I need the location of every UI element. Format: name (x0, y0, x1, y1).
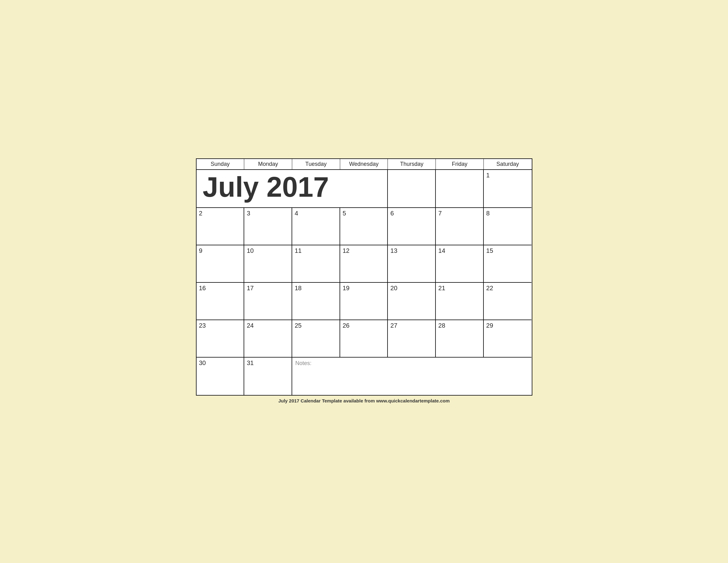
month-title: July 2017 (203, 173, 329, 201)
month-title-cell: July 2017 (197, 170, 388, 208)
day-number-2: 2 (199, 210, 241, 217)
day-cell-8: 8 (484, 208, 532, 245)
day-number-5: 5 (343, 210, 385, 217)
day-number-8: 8 (486, 210, 529, 217)
day-cell-10: 10 (244, 245, 292, 283)
calendar-page: Sunday Monday Tuesday Wednesday Thursday… (193, 155, 535, 408)
day-number-11: 11 (295, 247, 337, 254)
day-number-16: 16 (199, 285, 241, 292)
day-number-17: 17 (247, 285, 289, 292)
header-tuesday: Tuesday (292, 159, 340, 169)
day-number-25: 25 (295, 322, 337, 329)
day-cell-17: 17 (244, 283, 292, 320)
day-cell-21: 21 (436, 283, 484, 320)
header-friday: Friday (436, 159, 484, 169)
day-cell-24: 24 (244, 320, 292, 358)
header-monday: Monday (244, 159, 292, 169)
day-cell-14: 14 (436, 245, 484, 283)
day-number-1: 1 (486, 172, 529, 179)
header-wednesday: Wednesday (340, 159, 388, 169)
day-number-6: 6 (390, 210, 433, 217)
header-thursday: Thursday (388, 159, 436, 169)
day-cell-25: 25 (292, 320, 340, 358)
day-number-18: 18 (295, 285, 337, 292)
footer-regular: available from www.quickcalendartemplate… (342, 398, 450, 403)
day-cell-row1-fri (436, 170, 484, 208)
header-sunday: Sunday (197, 159, 245, 169)
day-number-9: 9 (199, 247, 241, 254)
notes-cell: Notes: (292, 358, 532, 395)
day-cell-23: 23 (197, 320, 245, 358)
day-number-30: 30 (199, 360, 241, 367)
notes-label: Notes: (295, 360, 312, 366)
day-cell-7: 7 (436, 208, 484, 245)
day-number-15: 15 (486, 247, 529, 254)
day-cell-29: 29 (484, 320, 532, 358)
day-number-14: 14 (438, 247, 481, 254)
day-cell-31: 31 (244, 358, 292, 395)
day-number-20: 20 (390, 285, 433, 292)
day-cell-18: 18 (292, 283, 340, 320)
day-cell-5: 5 (340, 208, 388, 245)
day-number-22: 22 (486, 285, 529, 292)
day-cell-3: 3 (244, 208, 292, 245)
day-number-27: 27 (390, 322, 433, 329)
day-cell-9: 9 (197, 245, 245, 283)
day-number-3: 3 (247, 210, 289, 217)
day-number-13: 13 (390, 247, 433, 254)
day-number-12: 12 (343, 247, 385, 254)
day-cell-19: 19 (340, 283, 388, 320)
day-cell-30: 30 (197, 358, 245, 395)
day-number-24: 24 (247, 322, 289, 329)
day-number-21: 21 (438, 285, 481, 292)
day-cell-15: 15 (484, 245, 532, 283)
calendar-grid: July 2017 1 2 3 4 5 6 7 (197, 170, 532, 395)
day-cell-6: 6 (388, 208, 436, 245)
day-number-10: 10 (247, 247, 289, 254)
day-cell-11: 11 (292, 245, 340, 283)
day-cell-4: 4 (292, 208, 340, 245)
day-cell-row1-thu (388, 170, 436, 208)
day-number-7: 7 (438, 210, 481, 217)
footer-bold: July 2017 Calendar Template (278, 398, 342, 403)
day-number-28: 28 (438, 322, 481, 329)
day-number-26: 26 (343, 322, 385, 329)
day-headers-row: Sunday Monday Tuesday Wednesday Thursday… (197, 159, 532, 170)
day-number-31: 31 (247, 360, 289, 367)
day-cell-2: 2 (197, 208, 245, 245)
day-number-23: 23 (199, 322, 241, 329)
day-cell-16: 16 (197, 283, 245, 320)
day-cell-22: 22 (484, 283, 532, 320)
day-number-29: 29 (486, 322, 529, 329)
day-cell-27: 27 (388, 320, 436, 358)
day-number-19: 19 (343, 285, 385, 292)
day-cell-26: 26 (340, 320, 388, 358)
day-cell-28: 28 (436, 320, 484, 358)
calendar-container: Sunday Monday Tuesday Wednesday Thursday… (196, 158, 532, 396)
day-cell-13: 13 (388, 245, 436, 283)
day-number-4: 4 (295, 210, 337, 217)
day-cell-row1-sat: 1 (484, 170, 532, 208)
day-cell-12: 12 (340, 245, 388, 283)
footer: July 2017 Calendar Template available fr… (196, 396, 532, 405)
header-saturday: Saturday (484, 159, 532, 169)
day-cell-20: 20 (388, 283, 436, 320)
